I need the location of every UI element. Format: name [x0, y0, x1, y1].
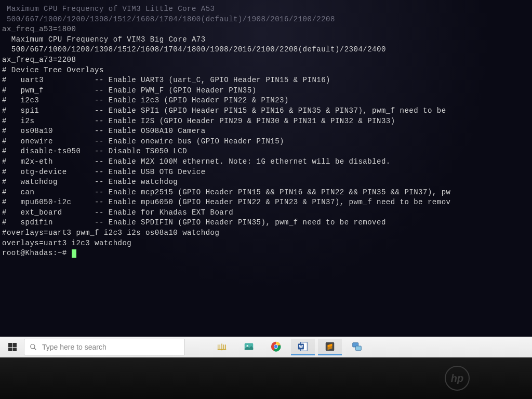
search-placeholder: Type here to search	[42, 343, 107, 351]
terminal-line: Maximum CPU Frequency of VIM3 Little Cor…	[2, 4, 532, 15]
terminal-line: 500/667/1000/1200/1398/1512/1608/1704/18…	[2, 45, 532, 55]
terminal-line: # watchdog -- Enable watchdog	[2, 177, 532, 188]
terminal-line: 500/667/1000/1200/1398/1512/1608/1704/18…	[2, 15, 532, 25]
taskbar-app-sublime[interactable]	[318, 339, 342, 355]
taskbar-app-remote[interactable]	[345, 339, 369, 355]
remote-desktop-icon	[351, 341, 363, 352]
terminal-line: # mpu6050-i2c -- Enable mpu6050 (GPIO He…	[2, 197, 532, 208]
svg-point-0	[31, 344, 35, 349]
svg-line-1	[34, 348, 36, 350]
terminal-line: # ext_board -- Enable for Khadas EXT Boa…	[2, 208, 532, 218]
terminal-output[interactable]: Maximum CPU Frequency of VIM3 Little Cor…	[0, 0, 532, 337]
svg-text:W: W	[299, 344, 303, 349]
terminal-line: overlays=uart3 i2c3 watchdog	[2, 238, 532, 249]
terminal-cursor	[72, 249, 76, 258]
terminal-line: # otg-device -- Enable USB OTG Device	[2, 167, 532, 178]
terminal-line: # pwm_f -- Enable PWM_F (GPIO Header PIN…	[2, 86, 532, 96]
svg-rect-18	[355, 346, 361, 350]
terminal-line: # disable-ts050 -- Disable TS050 LCD	[2, 147, 532, 157]
terminal-line: # uart3 -- Enable UART3 (uart_C, GPIO He…	[2, 75, 532, 86]
terminal-line: #overlays=uart3 pwm_f i2c3 i2s os08a10 w…	[2, 228, 532, 238]
start-button[interactable]	[3, 339, 22, 355]
taskbar-search[interactable]: Type here to search	[24, 339, 185, 355]
menorah-icon	[216, 341, 228, 352]
windows-icon	[8, 343, 17, 351]
terminal-line: # onewire -- Enable onewire bus (GPIO He…	[2, 137, 532, 147]
terminal-line: # spi1 -- Enable SPI1 (GPIO Header PIN15…	[2, 106, 532, 116]
taskbar-app-word[interactable]: W	[291, 339, 315, 355]
terminal-line: Maximum CPU Frequency of VIM3 Big Core A…	[2, 35, 532, 45]
svg-point-12	[274, 345, 277, 348]
terminal-line: # Device Tree Overlays	[2, 65, 532, 76]
terminal-line: # i2c3 -- Enable i2c3 (GPIO Header PIN22…	[2, 96, 532, 106]
terminal-line: ax_freq_a53=1800	[2, 24, 532, 35]
terminal-line: # i2s -- Enable I2S (GPIO Header PIN29 &…	[2, 116, 532, 127]
chrome-icon	[270, 341, 282, 352]
hp-logo: hp	[445, 366, 470, 391]
word-icon: W	[297, 341, 309, 352]
prompt-text: root@Khadas:~#	[2, 249, 72, 257]
windows-taskbar: Type here to search	[0, 337, 532, 357]
sublime-icon	[324, 341, 336, 352]
terminal-line: ax_freq_a73=2208	[2, 55, 532, 65]
terminal-prompt[interactable]: root@Khadas:~#	[2, 248, 532, 259]
terminal-line: # os08a10 -- Enable OS08A10 Camera	[2, 126, 532, 137]
taskbar-app-list: W	[210, 339, 369, 355]
taskbar-app-photos[interactable]	[237, 339, 261, 355]
search-icon	[30, 343, 37, 351]
laptop-bezel: hp	[0, 357, 532, 399]
terminal-line: # spdifin -- Enable SPDIFIN (GPIO Header…	[2, 218, 532, 228]
taskbar-app-candle[interactable]	[210, 339, 234, 355]
photos-icon	[243, 341, 255, 352]
terminal-line: # m2x-eth -- Enable M2X 100M ethernet. N…	[2, 157, 532, 167]
taskbar-app-chrome[interactable]	[264, 339, 288, 355]
terminal-line: # can -- Enable mcp2515 (GPIO Header PIN…	[2, 188, 532, 198]
